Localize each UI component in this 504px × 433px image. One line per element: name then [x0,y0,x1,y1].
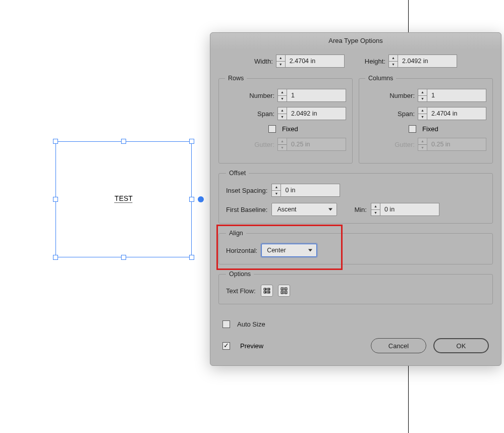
chevron-down-icon: ▼ [278,145,287,151]
text-flow-horizontal-button[interactable] [261,285,273,297]
chevron-down-icon: ▼ [418,145,427,151]
chevron-up-icon[interactable]: ▲ [278,107,287,114]
rows-gutter-label: Gutter: [242,141,274,148]
chevron-down-icon[interactable]: ▼ [278,114,287,120]
first-baseline-value: Ascent [277,206,296,213]
chevron-down-icon[interactable]: ▼ [278,96,287,102]
rows-gutter-input [287,138,346,151]
offset-legend: Offset [226,170,249,177]
align-horizontal-value: Center [267,247,286,254]
columns-span-stepper[interactable]: ▲▼ [418,107,486,120]
handle-bottom-right[interactable] [189,255,194,260]
rows-group: Rows Number: ▲▼ Span: ▲▼ Fixed G [218,75,353,164]
columns-span-input[interactable] [427,107,486,120]
chevron-up-icon[interactable]: ▲ [371,203,380,210]
handle-top-right[interactable] [189,139,194,144]
rows-number-input[interactable] [287,89,346,102]
chevron-up-icon[interactable]: ▲ [418,89,427,96]
chevron-down-icon[interactable]: ▼ [389,62,398,68]
height-stepper[interactable]: ▲▼ [388,55,457,68]
area-type-box[interactable]: TEST [55,141,192,257]
chevron-up-icon[interactable]: ▲ [276,55,285,62]
columns-gutter-stepper: ▲▼ [418,138,486,151]
area-type-options-dialog: Area Type Options Width: ▲▼ Height: ▲▼ R… [210,32,501,366]
handle-bottom-center[interactable] [121,255,126,260]
area-type-text[interactable]: TEST [55,194,192,202]
chevron-up-icon: ▲ [278,138,287,145]
handle-bottom-left[interactable] [53,255,58,260]
chevron-down-icon[interactable]: ▼ [272,191,281,197]
preview-checkbox[interactable] [222,342,230,350]
chevron-up-icon[interactable]: ▲ [272,184,281,191]
inset-spacing-label: Inset Spacing: [226,187,267,194]
columns-span-label: Span: [382,110,415,118]
first-baseline-min-stepper[interactable]: ▲▼ [371,203,439,216]
first-baseline-select[interactable]: Ascent [271,203,337,216]
rows-number-label: Number: [242,92,274,99]
offset-group: Offset Inset Spacing: ▲▼ First Baseline:… [218,170,493,224]
rows-fixed-checkbox[interactable] [268,125,276,133]
first-baseline-min-input[interactable] [380,203,439,216]
width-input[interactable] [285,55,345,68]
rows-fixed-label: Fixed [282,125,298,133]
first-baseline-min-label: Min: [354,206,367,213]
preview-label: Preview [240,342,263,350]
chevron-up-icon: ▲ [418,138,427,145]
chevron-up-icon[interactable]: ▲ [389,55,398,62]
handle-top-center[interactable] [121,139,126,144]
height-input[interactable] [398,55,457,68]
align-horizontal-label: Horizontal: [226,247,257,254]
cancel-button[interactable]: Cancel [371,338,426,353]
first-baseline-label: First Baseline: [226,206,267,213]
columns-fixed-label: Fixed [422,125,438,133]
rows-span-stepper[interactable]: ▲▼ [277,107,346,120]
rows-span-label: Span: [242,110,274,118]
chevron-down-icon[interactable]: ▼ [371,210,380,216]
height-label: Height: [365,58,385,65]
align-legend: Align [226,230,246,237]
chevron-up-icon[interactable]: ▲ [278,89,287,96]
flow-horizontal-icon [263,287,270,294]
columns-number-input[interactable] [427,89,486,102]
options-group: Options Text Flow: [218,270,493,304]
width-stepper[interactable]: ▲▼ [276,55,345,68]
align-group: Align Horizontal: Center [218,230,493,264]
dialog-title: Area Type Options [210,33,501,49]
columns-legend: Columns [365,75,396,82]
options-legend: Options [226,270,254,278]
inset-spacing-input[interactable] [281,184,340,197]
columns-number-stepper[interactable]: ▲▼ [418,89,486,102]
columns-number-label: Number: [382,92,415,99]
rows-span-input[interactable] [287,107,346,120]
flow-vertical-icon [281,287,288,294]
columns-gutter-label: Gutter: [382,141,415,148]
width-label: Width: [254,58,273,65]
rows-gutter-stepper: ▲▼ [277,138,346,151]
rows-legend: Rows [225,75,247,82]
text-flow-vertical-button[interactable] [278,285,290,297]
columns-fixed-checkbox[interactable] [409,125,416,133]
columns-group: Columns Number: ▲▼ Span: ▲▼ Fixed [359,75,493,164]
chevron-down-icon[interactable]: ▼ [276,62,285,68]
text-flow-label: Text Flow: [226,287,256,295]
chevron-up-icon[interactable]: ▲ [418,107,427,114]
rows-number-stepper[interactable]: ▲▼ [277,89,346,102]
auto-size-label: Auto Size [237,320,265,328]
auto-size-checkbox[interactable] [222,320,230,328]
inset-spacing-stepper[interactable]: ▲▼ [271,184,340,197]
handle-top-left[interactable] [53,139,58,144]
text-thread-out-port[interactable] [198,196,204,202]
chevron-down-icon[interactable]: ▼ [418,114,427,120]
align-horizontal-select[interactable]: Center [261,244,317,257]
ok-button[interactable]: OK [433,338,489,353]
columns-gutter-input [427,138,486,151]
chevron-down-icon[interactable]: ▼ [418,96,427,102]
